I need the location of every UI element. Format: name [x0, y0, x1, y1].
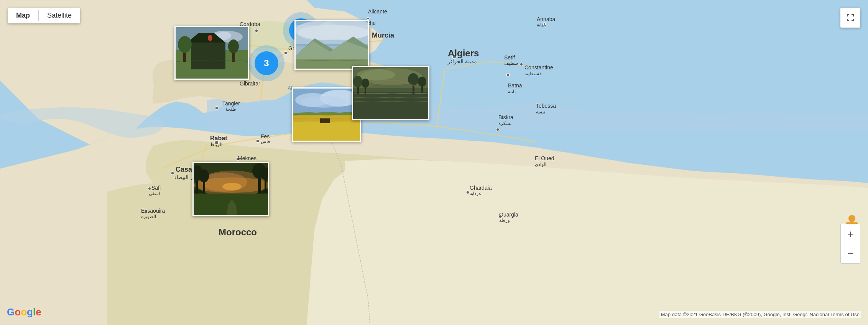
fullscreen-button[interactable] — [840, 8, 860, 28]
photo-yellow-field[interactable] — [292, 87, 361, 142]
map-type-control: Map Satellite — [8, 8, 80, 23]
fullscreen-icon — [846, 13, 855, 22]
satellite-button[interactable]: Satellite — [39, 8, 80, 23]
zoom-controls: + − — [840, 224, 860, 264]
svg-rect-46 — [191, 43, 225, 69]
svg-line-14 — [491, 134, 537, 142]
photo-barn[interactable] — [174, 26, 249, 80]
map-attribution[interactable]: Map data ©2021 GeoBasis-DE/BKG (©2009), … — [659, 311, 861, 318]
photo-sunset[interactable] — [192, 162, 269, 216]
svg-point-40 — [499, 215, 502, 218]
photo-mountain[interactable] — [294, 20, 369, 70]
svg-line-17 — [491, 61, 537, 67]
svg-point-52 — [208, 35, 212, 41]
svg-point-49 — [178, 36, 192, 53]
svg-point-31 — [148, 187, 151, 190]
cluster-3-container[interactable]: 3 — [248, 45, 284, 81]
svg-line-16 — [445, 61, 491, 69]
map-svg — [0, 0, 868, 325]
svg-point-67 — [301, 96, 347, 108]
svg-rect-70 — [320, 118, 330, 123]
svg-point-79 — [362, 79, 369, 88]
photo-water[interactable] — [352, 66, 429, 120]
svg-point-30 — [171, 172, 174, 175]
svg-point-32 — [144, 209, 147, 212]
svg-point-77 — [353, 76, 362, 87]
svg-point-28 — [256, 140, 259, 143]
svg-point-34 — [452, 55, 456, 59]
svg-point-22 — [284, 51, 287, 54]
svg-point-37 — [543, 23, 546, 25]
svg-point-35 — [520, 63, 523, 66]
svg-point-36 — [506, 73, 510, 76]
map-container: Faro Córdoba Granada Almería Alicante El… — [0, 0, 868, 325]
svg-point-39 — [466, 191, 469, 194]
svg-point-27 — [215, 141, 219, 144]
svg-point-25 — [367, 17, 369, 20]
svg-point-89 — [222, 183, 242, 190]
map-button[interactable]: Map — [8, 8, 38, 23]
svg-point-51 — [228, 39, 239, 53]
zoom-out-button[interactable]: − — [840, 244, 860, 264]
svg-point-93 — [199, 169, 209, 182]
svg-point-26 — [215, 107, 218, 110]
svg-rect-75 — [353, 92, 429, 120]
svg-point-83 — [418, 77, 426, 87]
svg-point-74 — [357, 69, 395, 80]
svg-point-38 — [496, 128, 499, 131]
svg-point-21 — [255, 29, 258, 32]
svg-point-99 — [848, 215, 855, 222]
svg-point-59 — [298, 25, 369, 40]
google-logo: Google — [7, 306, 41, 318]
zoom-in-button[interactable]: + — [840, 224, 860, 244]
svg-point-29 — [236, 158, 239, 161]
cluster-3-label: 3 — [255, 51, 278, 75]
